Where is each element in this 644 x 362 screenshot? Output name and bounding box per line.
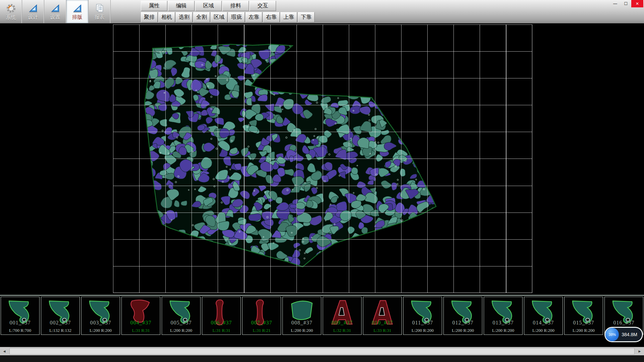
set-square-icon [50,3,61,14]
piece-size-label: L:33 R:31 [363,328,401,333]
piece-name: 010_#37 [363,320,401,326]
menu-button-align-bottom[interactable]: 下靠 [298,12,315,22]
menu-button-region[interactable]: 区域 [195,1,222,11]
menu-button-align-right[interactable]: 右靠 [263,12,280,22]
piece-size-label: L:132 R:132 [41,328,79,333]
piece-name: 011_#37 [404,320,442,326]
piece-name: 001_#37 [1,320,39,326]
module-button-report[interactable]: 报表 [89,0,111,23]
module-label: 报表 [95,14,105,20]
set-square-icon [72,3,83,14]
menu-button-cluster[interactable]: 聚排 [141,12,158,22]
hide-with-nested-pieces [0,23,644,295]
module-button-nesting[interactable]: 排版 [66,0,89,23]
module-button-design[interactable]: 设计 [22,0,44,23]
piece-size-label: L:31 R:31 [122,328,160,333]
piece-name: 015_#37 [565,320,603,326]
module-button-settings[interactable]: 设置 [44,0,66,23]
module-button-group: 系统 设计 设置 [0,0,111,23]
thumbnail-cell[interactable]: 006_#37 L:31 R:31 [202,297,241,335]
module-label: 设计 [28,14,38,20]
menu-button-zone[interactable]: 区域 [211,12,227,22]
piece-name: 014_#37 [524,320,562,326]
scroll-right-button[interactable]: ▶ [635,347,644,355]
piece-name: 004_#37 [122,320,160,326]
piece-size-label: L:200 R:200 [565,328,603,333]
thumbnail-cell[interactable]: 010_#37 L:33 R:31 [363,297,402,335]
status-bar [0,336,644,347]
gear-icon [5,3,17,14]
menu-button-defect[interactable]: 瑕疵 [228,12,245,22]
piece-name: 006_#37 [202,320,240,326]
piece-name: 012_#37 [444,320,482,326]
menu-button-nest[interactable]: 排料 [222,1,249,11]
menu-button-select-cut[interactable]: 选割 [176,12,193,22]
piece-name: 007_#37 [243,320,281,326]
menu-button-camera[interactable]: 相机 [158,12,175,22]
piece-name: 002_#37 [41,320,79,326]
thumbnail-cell[interactable]: 005_#37 L:200 R:200 [162,297,201,335]
nesting-canvas[interactable] [0,23,644,295]
piece-name: 008_#37 [283,320,321,326]
thumbnail-cell[interactable]: 014_#37 L:200 R:200 [524,297,563,335]
module-label: 系统 [6,14,16,21]
toolbar: 系统 设计 设置 [0,0,644,23]
module-label: 排版 [72,14,83,20]
thumbnail-cell[interactable]: 003_#37 L:200 R:200 [81,297,120,335]
set-square-icon [28,3,39,14]
module-label: 设置 [50,14,60,20]
piece-size-label: L:200 R:200 [404,328,442,333]
scrollbar-track[interactable] [9,347,635,355]
piece-name: 013_#37 [484,320,522,326]
scroll-left-button[interactable]: ◀ [0,347,9,355]
piece-name: 003_#37 [82,320,120,326]
menu-button-align-left[interactable]: 左靠 [246,12,262,22]
thumbnail-cell[interactable]: 012_#37 L:200 R:200 [443,297,482,335]
horizontal-scrollbar[interactable]: ◀ ▶ [0,347,644,355]
piece-thumbnail-strip: 001_#37 L:700 R:700 002_#37 L:132 R:132 … [0,295,644,336]
minimize-button[interactable]: — [610,0,621,7]
memory-percent-badge: 38% [605,328,619,341]
piece-name: 005_#37 [162,320,200,326]
thumbnail-cell[interactable]: 015_#37 L:200 R:200 [564,297,603,335]
close-button[interactable]: ✕ [631,0,643,7]
piece-size-label: L:32 R:31 [323,328,361,333]
menu-button-edit[interactable]: 编辑 [168,1,195,11]
piece-name: 009_#37 [323,320,361,326]
piece-size-label: L:200 R:200 [283,328,321,333]
menu-row-secondary: 聚排 相机 选割 全割 区域 瑕疵 左靠 右靠 上靠 下靠 [141,12,315,22]
menu-row-primary: 属性 编辑 区域 排料 交互 [141,1,315,11]
thumbnail-cell[interactable]: 009_#37 L:32 R:31 [323,297,362,335]
menu-button-align-top[interactable]: 上靠 [280,12,297,22]
maximize-button[interactable]: ☐ [621,0,631,7]
menu-button-properties[interactable]: 属性 [141,1,167,11]
thumbnail-cell[interactable]: 011_#37 L:200 R:200 [403,297,442,335]
piece-size-label: L:31 R:31 [202,328,240,333]
thumbnail-cell[interactable]: 001_#37 L:700 R:700 [1,297,40,335]
thumbnail-cell[interactable]: 004_#37 L:31 R:31 [121,297,160,335]
piece-size-label: L:200 R:200 [162,328,200,333]
piece-size-label: L:200 R:200 [82,328,120,333]
scrollbar-thumb[interactable] [9,348,635,355]
menu-area: 属性 编辑 区域 排料 交互 聚排 相机 选割 全割 区域 瑕疵 左靠 右靠 上… [141,1,315,23]
thumbnail-cell[interactable]: 008_#37 L:200 R:200 [282,297,321,335]
piece-name: 016_#37 [605,320,643,326]
memory-status: 38% 384.8M [605,328,642,341]
window-controls: — ☐ ✕ [610,0,643,7]
menu-button-cut-all[interactable]: 全割 [193,12,210,22]
thumbnail-cell[interactable]: 007_#37 L:31 R:21 [242,297,281,335]
piece-size-label: L:200 R:200 [444,328,482,333]
memory-value: 384.8M [622,332,637,337]
thumbnail-cell[interactable]: 013_#37 L:200 R:200 [484,297,523,335]
piece-size-label: L:31 R:21 [243,328,281,333]
thumbnail-cell[interactable]: 002_#37 L:132 R:132 [41,297,80,335]
module-button-system[interactable]: 系统 [0,0,22,23]
bottom-filler [0,355,644,362]
report-document-icon [94,3,105,14]
piece-size-label: L:200 R:200 [524,328,562,333]
piece-size-label: L:700 R:700 [1,328,39,333]
piece-size-label: L:200 R:200 [484,328,522,333]
app-window: 系统 设计 设置 [0,0,644,362]
menu-button-interact[interactable]: 交互 [250,1,276,11]
